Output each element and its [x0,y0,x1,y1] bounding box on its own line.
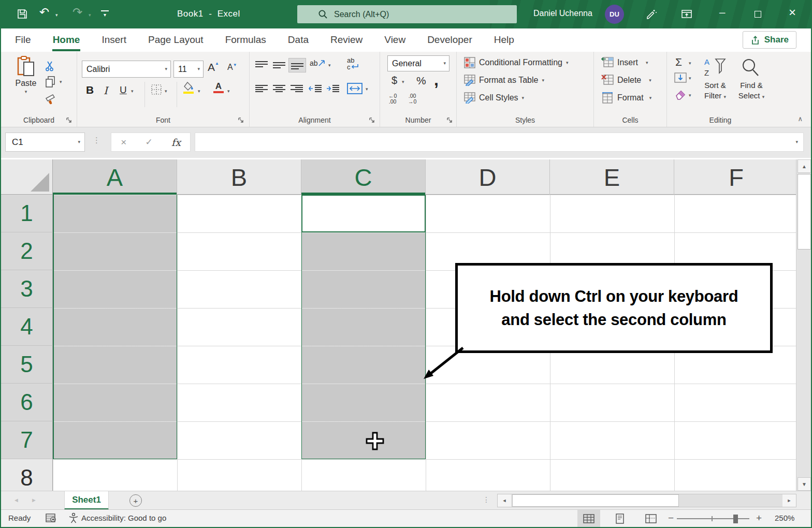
maximize-button[interactable] [755,11,761,18]
vertical-scrollbar[interactable]: ▲ ▼ [796,159,812,491]
align-left-icon[interactable] [255,84,268,94]
name-box-dropdown-icon[interactable]: ▾ [78,140,84,144]
orientation-icon[interactable]: ab [310,59,326,67]
top-align-icon[interactable] [255,61,268,70]
conditional-formatting-button[interactable]: Conditional Formatting ▾ [464,57,569,68]
font-name-combo[interactable]: Calibri ▾ [82,61,171,78]
redo-icon[interactable]: ↷ [72,6,82,18]
cell-styles-button[interactable]: Cell Styles ▾ [464,92,524,104]
column-header-b[interactable]: B [177,159,301,195]
sort-filter-label-1[interactable]: Sort & [697,81,733,90]
currency-button[interactable]: $ [392,75,397,86]
scroll-down-icon[interactable]: ▼ [798,477,811,491]
sort-filter-icon[interactable]: AZ [703,57,727,79]
view-normal-button[interactable] [577,510,600,527]
undo-icon[interactable]: ↶ [39,6,49,18]
font-dialog-launcher-icon[interactable] [238,117,244,124]
macro-record-icon[interactable] [46,513,57,523]
zoom-in-button[interactable]: + [756,512,762,524]
tab-home[interactable]: Home [42,28,91,52]
zoom-slider-thumb[interactable] [733,515,738,523]
column-header-c[interactable]: C [301,159,426,195]
enter-icon[interactable]: ✓ [146,137,153,148]
scroll-right-icon[interactable]: ► [782,494,796,507]
format-painter-icon[interactable] [45,93,57,106]
redo-dropdown-icon[interactable]: ▾ [89,12,91,18]
shrink-font-button[interactable]: A▼ [227,63,237,72]
save-icon[interactable] [17,8,28,20]
borders-dropdown-icon[interactable]: ▾ [165,89,167,94]
scrollbar-resize-handle[interactable]: ⋮ [483,495,490,504]
cut-icon[interactable] [45,60,56,71]
autosum-dropdown-icon[interactable]: ▾ [689,61,691,66]
minimize-button[interactable]: ─ [719,9,725,17]
font-size-combo[interactable]: 11 ▾ [173,61,204,78]
undo-dropdown-icon[interactable]: ▾ [55,12,58,18]
middle-align-icon[interactable] [272,61,286,70]
paste-button[interactable]: Paste ▾ [9,56,42,94]
orientation-dropdown-icon[interactable]: ▾ [328,63,331,68]
close-button[interactable]: × [789,6,796,19]
merge-center-icon[interactable] [347,83,363,94]
formula-bar-handle[interactable]: ⋮ [93,136,99,145]
cancel-icon[interactable]: × [121,137,126,148]
tab-formulas[interactable]: Formulas [214,28,277,52]
select-all-corner[interactable] [1,159,53,195]
scroll-left-icon[interactable]: ◄ [498,494,511,507]
view-page-layout-button[interactable] [608,510,631,527]
row-header-3[interactable]: 3 [1,270,53,308]
share-button[interactable]: Share [743,31,796,49]
horizontal-scroll-thumb[interactable] [512,494,679,507]
paste-dropdown-icon[interactable]: ▾ [9,90,42,94]
tab-file[interactable]: File [4,28,42,52]
customize-toolbar-icon[interactable]: ▾ [101,10,109,18]
fill-dropdown-icon[interactable]: ▾ [689,76,691,81]
fill-color-button[interactable] [183,82,194,94]
find-select-icon[interactable] [740,57,761,79]
tab-insert[interactable]: Insert [91,28,137,52]
formula-bar-expand-icon[interactable]: ▾ [795,140,798,144]
find-select-label-2[interactable]: Select ▾ [733,91,770,100]
new-sheet-button[interactable]: + [129,494,142,507]
fill-button[interactable] [674,72,687,83]
selected-column-c-range[interactable] [301,195,426,459]
column-header-f[interactable]: F [674,159,796,195]
zoom-slider-track[interactable] [677,518,749,519]
tab-developer[interactable]: Developer [416,28,483,52]
ribbon-display-options-icon[interactable] [681,9,692,19]
clear-button[interactable] [674,89,687,100]
row-header-4[interactable]: 4 [1,308,53,346]
tab-page-layout[interactable]: Page Layout [137,28,214,52]
sheet-nav-left-icon[interactable]: ◄ [13,497,19,503]
sort-filter-label-2[interactable]: Filter ▾ [697,91,733,100]
increase-indent-icon[interactable] [326,84,340,94]
align-right-icon[interactable] [290,84,303,94]
sheet-nav-right-icon[interactable]: ► [31,497,37,503]
row-header-5[interactable]: 5 [1,346,53,384]
insert-function-icon[interactable]: fx [171,137,181,148]
fill-color-dropdown-icon[interactable]: ▾ [198,89,200,94]
collapse-ribbon-icon[interactable]: ∧ [798,115,803,123]
column-header-e[interactable]: E [550,159,674,195]
row-header-1[interactable]: 1 [1,195,53,232]
bold-button[interactable]: B [86,84,94,96]
underline-button[interactable]: U [120,84,127,96]
format-cells-button[interactable]: Format ▾ [601,92,651,104]
column-header-d[interactable]: D [426,159,550,195]
merge-center-dropdown-icon[interactable]: ▾ [366,87,368,92]
wrap-text-icon[interactable]: ab c [347,57,359,70]
selected-column-a-range[interactable] [53,195,177,459]
status-accessibility[interactable]: Accessibility: Good to go [81,514,166,522]
currency-dropdown-icon[interactable]: ▾ [402,80,404,84]
name-box[interactable]: C1 ▾ [5,133,85,152]
tab-data[interactable]: Data [277,28,320,52]
active-cell-c1[interactable] [301,195,426,232]
clipboard-dialog-launcher-icon[interactable] [66,117,72,124]
view-page-break-button[interactable] [640,510,662,527]
alignment-dialog-launcher-icon[interactable] [369,117,375,124]
decrease-decimal-button[interactable]: .00→0 [408,93,416,105]
italic-button[interactable]: I [104,84,108,97]
clear-dropdown-icon[interactable]: ▾ [689,93,691,98]
find-select-label-1[interactable]: Find & [733,81,770,90]
row-header-2[interactable]: 2 [1,232,53,270]
